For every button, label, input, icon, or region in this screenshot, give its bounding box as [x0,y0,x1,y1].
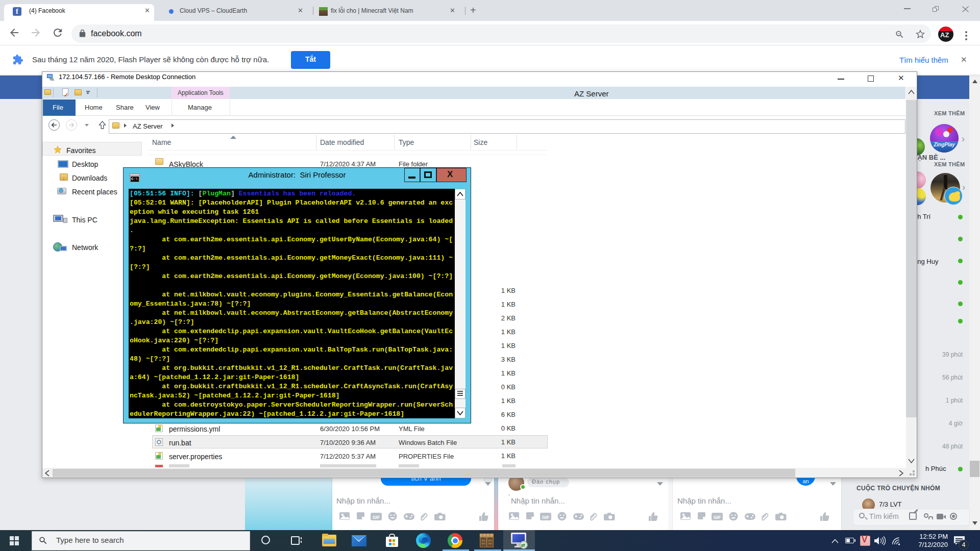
svg-text:GIF: GIF [373,515,380,520]
svg-text:GIF: GIF [542,515,549,520]
svg-text:GIF: GIF [714,515,721,520]
